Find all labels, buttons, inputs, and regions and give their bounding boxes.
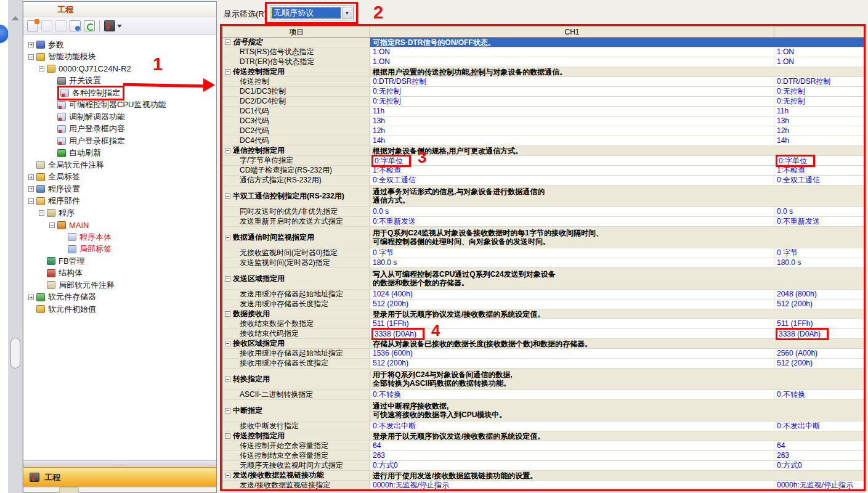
tree-item[interactable]: +参数 (23, 39, 216, 51)
ch2-value-cell[interactable]: 0:全双工通信 (774, 176, 865, 185)
item-cell[interactable]: DC4代码 (223, 136, 370, 145)
tree-item[interactable]: −程序 (23, 207, 216, 219)
ch1-value-cell[interactable]: 1:ON (370, 47, 774, 57)
dropdown-arrow-icon[interactable]: ▼ (342, 7, 352, 19)
description-cell[interactable]: 登录用于以无顺序协议发送/接收数据的系统设定值。 (370, 309, 865, 319)
ch1-value-cell[interactable]: 1024 (400h) (370, 290, 774, 299)
tree-item[interactable]: +程序设置 (23, 183, 216, 195)
ch1-value-cell[interactable]: 180.0 s (370, 258, 774, 267)
item-cell[interactable]: 接收用缓冲存储器长度指定 (223, 359, 370, 368)
collapse-icon[interactable]: − (225, 311, 230, 317)
ch2-value-cell[interactable]: 3338 (D0Ah) (774, 329, 865, 338)
tree-item[interactable]: FB管理 (23, 255, 216, 267)
panel-collapse-handle[interactable] (10, 338, 20, 369)
ch2-value-cell[interactable]: 180.0 s (774, 258, 865, 267)
ch2-value-cell[interactable]: 14h (774, 136, 865, 145)
description-cell[interactable]: 用于将Q系列C24与对象设备间通信的数据, 全部转换为ASCII码数据的数据转换… (370, 369, 865, 389)
tree-item[interactable]: 各种控制指定 (23, 87, 216, 99)
item-cell[interactable]: DTR(ER)信号状态指定 (223, 57, 370, 67)
ch2-value-cell[interactable]: 12h (774, 126, 865, 136)
tree-item[interactable]: −MAIN (23, 219, 216, 232)
ch2-value-cell[interactable]: 2560 (A00h) (774, 349, 865, 358)
tree-item[interactable]: +全局标签 (23, 171, 216, 184)
item-cell[interactable]: DC1代码 (223, 107, 370, 116)
collapse-icon[interactable]: − (225, 276, 230, 282)
ch1-value-cell[interactable]: 0:方式0 (370, 461, 774, 470)
ch2-value-cell[interactable]: 64 (774, 441, 865, 450)
collapse-icon[interactable]: − (225, 194, 230, 199)
refresh-icon[interactable] (84, 20, 95, 31)
collapse-icon[interactable]: − (225, 433, 230, 439)
item-cell[interactable]: −转换指定用 (223, 369, 370, 389)
ch1-value-cell[interactable]: 512 (200h) (370, 359, 774, 368)
item-cell[interactable]: 发送用缓冲存储器起始地址指定 (223, 290, 370, 299)
ch1-value-cell[interactable]: 0:全双工通信 (370, 176, 774, 185)
ch2-value-cell[interactable]: 0:方式0 (774, 461, 865, 470)
description-cell[interactable]: 通过事务对话形式的信息,与对象设备进行数据通信的 通信方式。 (370, 185, 865, 206)
ch1-value-cell[interactable]: 512 (200h) (370, 299, 774, 309)
description-cell[interactable]: 根据用户设置的传送控制功能,控制与对象设备的数据通信。 (370, 67, 865, 76)
item-cell[interactable]: DC1/DC3控制 (223, 87, 370, 96)
tree-item[interactable]: 全局软元件注释 (23, 159, 216, 171)
description-cell[interactable]: 存储从对象设备已接收的数据长度(接收数据个数)和数据的存储器。 (370, 339, 865, 348)
ch2-value-cell[interactable]: 0.0 s (774, 207, 865, 216)
item-cell[interactable]: DC3代码 (223, 116, 370, 126)
item-cell[interactable]: −数据通信时间监视指定用 (223, 227, 370, 248)
item-cell[interactable]: 传送控制 (223, 77, 370, 86)
dropdown-caret-icon[interactable] (117, 25, 122, 28)
tree-toggle-icon[interactable]: + (28, 42, 34, 47)
item-cell[interactable]: 通信方式指定(RS-232用) (223, 176, 370, 185)
collapse-icon[interactable]: − (225, 408, 230, 414)
tree-item[interactable]: 自动刷新 (23, 147, 216, 160)
ch2-value-cell[interactable]: 0:无控制 (774, 97, 865, 106)
item-cell[interactable]: DC2/DC4控制 (223, 97, 370, 106)
ch1-value-cell[interactable]: 0.0 s (370, 207, 774, 216)
tree-item[interactable]: 软元件初始值 (23, 303, 216, 316)
description-cell[interactable]: 进行用于使用发送/接收数据监视链接功能的设置。 (370, 471, 865, 480)
tree-toggle-icon[interactable]: + (28, 174, 34, 180)
ch2-value-cell[interactable]: 0000h:无监视/停止指示 (774, 481, 865, 490)
ch2-value-cell[interactable]: 512 (200h) (774, 359, 865, 368)
ch2-value-cell[interactable]: 1:不检查 (774, 166, 865, 175)
ch2-value-cell[interactable]: 11h (774, 107, 865, 116)
tree-toggle-icon[interactable]: − (28, 54, 34, 60)
ch2-value-cell[interactable]: 0 字节 (774, 248, 865, 258)
item-cell[interactable]: 同时发送时的优先/非优先指定 (223, 207, 370, 216)
panel-splitter[interactable]: ......... (23, 460, 216, 467)
item-cell[interactable]: −通信控制指定用 (223, 146, 370, 155)
ch2-value-cell[interactable]: 1:ON (774, 47, 865, 57)
ch1-value-cell[interactable]: 0 字节 (370, 248, 774, 258)
tree-item[interactable]: −程序部件 (23, 195, 216, 208)
description-cell[interactable]: 登录用于以无顺序协议发送/接收数据的系统设定值。 (370, 431, 865, 441)
item-cell[interactable]: −半双工通信控制指定用(RS-232用) (223, 185, 370, 206)
item-cell[interactable]: −数据接收用 (223, 309, 370, 319)
ch1-value-cell[interactable]: 13h (370, 116, 774, 126)
item-cell[interactable]: 接收用缓冲存储器起始地址指定 (223, 349, 370, 358)
item-cell[interactable]: −发送区域指定用 (223, 268, 370, 289)
ch1-value-cell[interactable]: 0:无控制 (370, 87, 774, 96)
ch2-value-cell[interactable]: 13h (774, 116, 865, 126)
tree-item[interactable]: 可编程控制器CPU监视功能 (23, 99, 216, 112)
project-view-icon[interactable] (104, 20, 115, 31)
tree-item[interactable]: 用户登录框内容 (23, 123, 216, 136)
ch1-value-cell[interactable]: 1536 (600h) (370, 349, 774, 358)
item-cell[interactable]: 字/字节单位指定 (223, 156, 370, 165)
tree-item[interactable]: 用户登录框指定 (23, 135, 216, 147)
ch2-value-cell[interactable]: 512 (200h) (774, 299, 865, 309)
item-cell[interactable]: −传送控制指定用 (223, 431, 370, 441)
item-cell[interactable]: RTS(RS)信号状态指定 (223, 47, 370, 57)
item-cell[interactable]: 无顺序无接收监视时间方式指定 (223, 461, 370, 470)
ch1-value-cell[interactable]: 1:ON (370, 57, 774, 67)
ch1-value-cell[interactable]: 12h (370, 126, 774, 136)
ch2-value-cell[interactable]: 0:无控制 (774, 87, 865, 96)
collapse-icon[interactable]: − (225, 473, 230, 478)
scroll-up-icon[interactable] (12, 16, 19, 20)
item-cell[interactable]: 发送/接收数据监视链接指定 (223, 481, 370, 490)
project-tab[interactable]: 工程 (23, 467, 216, 487)
tree-toggle-icon[interactable]: − (49, 222, 55, 228)
display-filter-dropdown[interactable]: 无顺序协议 ▼ (270, 6, 354, 20)
tree-item[interactable]: 调制解调器功能 (23, 111, 216, 123)
property-icon[interactable] (70, 20, 81, 31)
item-cell[interactable]: 传送控制开始空余容量指定 (223, 441, 370, 450)
item-cell[interactable]: ASCII-二进制转换指定 (223, 390, 370, 399)
